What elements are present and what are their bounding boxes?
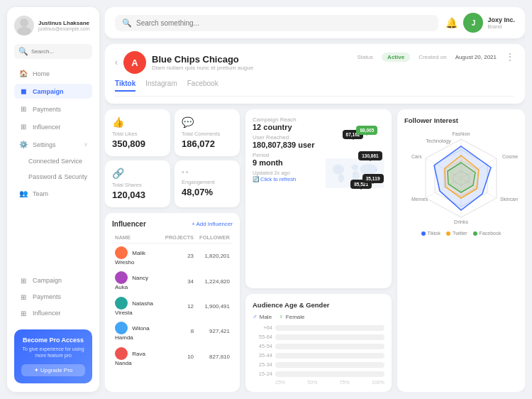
- svg-point-13: [376, 170, 377, 171]
- sidebar-subitem-password[interactable]: Password & Security: [14, 170, 92, 183]
- sidebar-bottom-campaign[interactable]: ⊞ Campaign: [14, 273, 92, 288]
- tab-instagram[interactable]: Instagram: [145, 80, 177, 92]
- x-label-75: 75%: [340, 380, 350, 385]
- table-row: Rava Nanda 10 827,810: [112, 344, 233, 369]
- influencer-follower: 1,224,820: [196, 268, 233, 293]
- bar-track: [275, 325, 384, 331]
- influencer-name-cell: Rava Nanda: [112, 344, 162, 369]
- shares-value: 120,043: [112, 190, 163, 200]
- sidebar-bottom-influencer[interactable]: ⊞ Influencer: [14, 306, 92, 321]
- stat-engagement: •• Engangement 48,07%: [174, 160, 240, 207]
- bar-track: [275, 371, 384, 377]
- created-label: Created on: [419, 54, 447, 60]
- x-axis: 25% 50% 75% 100%: [253, 380, 384, 385]
- campaign-logo: A: [123, 51, 146, 74]
- user-info: Justinus Lhaksane justinus@example.com: [38, 20, 89, 31]
- sidebar-item-label: Influencer: [33, 310, 61, 317]
- status-badge: Active: [382, 53, 410, 62]
- content-left: 👍 Total Likes 350,809 💬 Total Comments 1…: [105, 109, 240, 392]
- male-symbol: ♂: [253, 313, 257, 320]
- sidebar-item-home[interactable]: 🏠 Home: [14, 66, 92, 81]
- bar-chart: +64 55-64 45-54 35-44: [253, 324, 384, 377]
- follower-interest-card: Follower Interest: [397, 109, 525, 392]
- password-security-label: Password & Security: [28, 173, 87, 180]
- sidebar-item-label: Payments: [33, 293, 61, 300]
- sidebar-bottom-nav: ⊞ Campaign ⊞ Payments ⊞ Influencer: [14, 273, 92, 321]
- content-middle: Campaign Reach 12 country User Reached 1…: [245, 109, 392, 392]
- tab-facebook[interactable]: Facebook: [187, 80, 218, 92]
- brand-details: Joxy Inc. Brand: [487, 16, 515, 30]
- svg-text:Fashion: Fashion: [453, 131, 470, 136]
- notification-bell-icon[interactable]: 🔔: [445, 17, 458, 28]
- add-influencer-button[interactable]: + Add Influencer: [192, 221, 233, 227]
- back-button[interactable]: ‹: [115, 58, 118, 67]
- pro-title: Become Pro Access: [21, 337, 85, 344]
- header: 🔍 🔔 J Joxy Inc. Brand: [105, 7, 525, 38]
- sidebar-item-campaign[interactable]: ◼ Campaign: [14, 84, 92, 99]
- col-name: NAME: [112, 232, 162, 244]
- svg-text:Cars: Cars: [411, 154, 422, 159]
- sidebar-item-influencer[interactable]: ⊞ Influencer: [14, 119, 92, 134]
- sidebar-item-label: Campaign: [33, 277, 62, 284]
- brand-avatar: J: [463, 13, 483, 33]
- sidebar-user: Justinus Lhaksane justinus@example.com: [14, 16, 92, 35]
- influencer-projects: 8: [162, 319, 196, 344]
- age-gender-title: Audience Age & Gender: [253, 301, 384, 309]
- sidebar-search-input[interactable]: [31, 48, 88, 55]
- search-input[interactable]: [136, 19, 431, 27]
- campaign-subtitle: Diam nullam quis nunc et pretium augue: [152, 65, 253, 71]
- sidebar-bottom-payments[interactable]: ⊞ Payments: [14, 290, 92, 305]
- home-icon: 🏠: [18, 70, 28, 77]
- map-pin-2: 88,005: [356, 126, 377, 135]
- brand-info: J Joxy Inc. Brand: [463, 13, 515, 33]
- pro-desc: To give experience for using more featur…: [21, 346, 85, 359]
- influencer-title: Influencer: [112, 220, 146, 228]
- bar-track: [275, 334, 384, 340]
- comments-icon: 💬: [182, 116, 233, 128]
- svg-point-9: [338, 168, 339, 168]
- x-label-50: 50%: [307, 380, 317, 385]
- svg-point-7: [360, 164, 378, 175]
- stat-total-likes: 👍 Total Likes 350,809: [105, 109, 170, 156]
- bar-age-label: 35-44: [253, 352, 272, 359]
- follower-legend: Tiktok Twitter Facebook: [404, 231, 518, 236]
- refresh-button[interactable]: 🔄 Click to refresh: [253, 176, 314, 182]
- influencer-card: Influencer + Add Influencer NAME PROJECT…: [105, 213, 240, 392]
- influencer-follower: 827,810: [196, 344, 233, 369]
- user-reached-value: 180,807,839 user: [253, 141, 314, 149]
- sidebar-item-label: Home: [33, 70, 50, 77]
- svg-point-0: [20, 18, 28, 27]
- sidebar-subitem-connected[interactable]: Connected Service: [14, 155, 92, 168]
- influencer-follower: 1,820,201: [196, 244, 233, 269]
- sidebar-search[interactable]: 🔍: [14, 44, 92, 59]
- more-options-button[interactable]: ⋮: [505, 51, 515, 62]
- likes-value: 350,809: [112, 138, 163, 149]
- sidebar-item-payments[interactable]: ⊞ Payments: [14, 102, 92, 116]
- influencer-name-cell: Malik Wresho: [112, 244, 162, 269]
- svg-point-5: [352, 165, 359, 170]
- sidebar: Justinus Lhaksane justinus@example.com 🔍…: [7, 7, 99, 392]
- app-container: Justinus Lhaksane justinus@example.com 🔍…: [0, 0, 532, 399]
- legend-facebook: Facebook: [473, 231, 501, 236]
- tiktok-dot: [421, 231, 426, 236]
- female-symbol: ♀: [279, 313, 284, 320]
- chevron-icon: ∨: [84, 141, 88, 148]
- influencer-table: NAME PROJECTS FOLLOWER Malik Wresho 23 1…: [112, 232, 233, 369]
- influencer-name-cell: Wilona Hamda: [112, 319, 162, 344]
- sidebar-item-team[interactable]: 👥 Team: [14, 186, 92, 201]
- main-content: 🔍 🔔 J Joxy Inc. Brand: [105, 7, 525, 392]
- team-icon: 👥: [18, 190, 28, 197]
- campaign-tabs: Tiktok Instagram Facebook: [115, 80, 515, 97]
- influencer-icon: ⊞: [18, 123, 28, 131]
- bar-track: [275, 362, 384, 368]
- search-bar[interactable]: 🔍: [115, 15, 438, 31]
- campaign-reach-label: Campaign Reach: [253, 116, 314, 123]
- sidebar-item-settings[interactable]: ⚙️ Settings ∨: [14, 137, 92, 152]
- svg-point-11: [370, 168, 370, 169]
- age-gender-card: Audience Age & Gender ♂ Male ♀ Female: [245, 294, 392, 392]
- table-row: Nancy Auka 34 1,224,820: [112, 268, 233, 293]
- influencer-projects: 23: [162, 244, 196, 269]
- upgrade-pro-button[interactable]: ✦ Upgrade Pro: [21, 364, 85, 376]
- influencer-name-cell: Nancy Auka: [112, 268, 162, 293]
- tab-tiktok[interactable]: Tiktok: [115, 80, 135, 92]
